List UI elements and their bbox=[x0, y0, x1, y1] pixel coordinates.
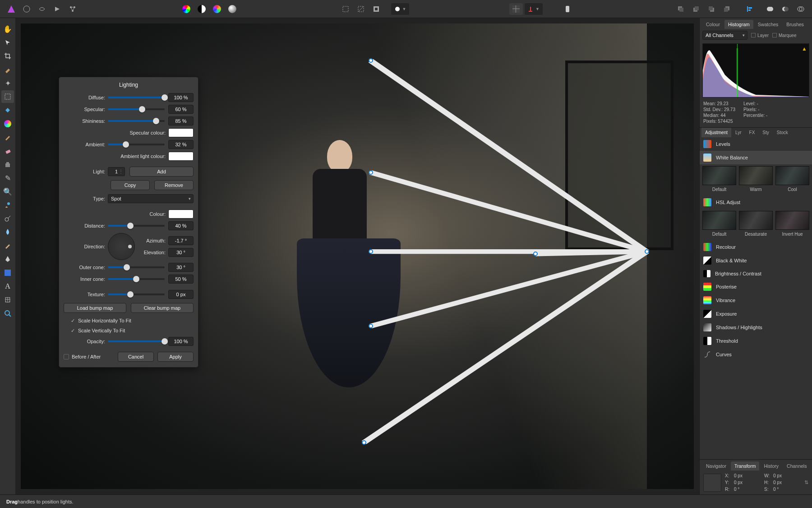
assistant-icon[interactable] bbox=[561, 3, 574, 15]
swatch-rgb-icon[interactable] bbox=[210, 3, 224, 15]
gradient-tool-icon[interactable] bbox=[1, 117, 14, 130]
tab-histogram[interactable]: Histogram bbox=[724, 20, 753, 29]
add-button[interactable]: Add bbox=[129, 167, 194, 177]
marquee-checkbox[interactable]: Marquee bbox=[772, 33, 796, 38]
tab-channels[interactable]: Channels bbox=[783, 461, 810, 471]
channels-select[interactable]: All Channels bbox=[702, 31, 747, 40]
marquee-none-icon[interactable] bbox=[354, 3, 368, 15]
adj-black-white[interactable]: Black & White bbox=[700, 254, 812, 267]
clear-bump-button[interactable]: Clear bump map bbox=[131, 303, 194, 313]
adj-threshold[interactable]: Threshold bbox=[700, 334, 812, 348]
light-cone-handle[interactable] bbox=[369, 324, 373, 328]
adj-posterise[interactable]: Posterise bbox=[700, 280, 812, 294]
swatch-soft-icon[interactable] bbox=[226, 3, 239, 15]
preset-desaturate[interactable]: Desaturate bbox=[739, 211, 773, 237]
eraser-icon[interactable] bbox=[1, 144, 14, 157]
before-after-checkbox[interactable]: Before / After bbox=[64, 354, 101, 359]
tab-colour[interactable]: Colour bbox=[702, 20, 724, 29]
blur-tool-icon[interactable] bbox=[1, 226, 14, 238]
r-field[interactable]: 0 ° bbox=[734, 487, 761, 492]
preset-warm[interactable]: Warm bbox=[739, 166, 773, 192]
quickmask-dropdown[interactable]: ▼ bbox=[391, 3, 409, 15]
cancel-button[interactable]: Cancel bbox=[118, 352, 154, 362]
opacity-value[interactable]: 100 % bbox=[168, 337, 194, 346]
light-cone-handle[interactable] bbox=[369, 170, 373, 175]
shininess-slider[interactable] bbox=[108, 120, 165, 122]
grid-toggle-icon[interactable] bbox=[509, 3, 523, 15]
load-bump-button[interactable]: Load bump map bbox=[64, 303, 126, 313]
flood-fill-icon[interactable] bbox=[1, 104, 14, 117]
adj-recolour[interactable]: Recolour bbox=[700, 240, 812, 254]
tab-swatches[interactable]: Swatches bbox=[754, 20, 782, 29]
adj-exposure[interactable]: Exposure bbox=[700, 307, 812, 321]
mesh-warp-icon[interactable] bbox=[1, 294, 14, 306]
light-distance-handle[interactable] bbox=[533, 252, 538, 256]
arrange-back-icon[interactable] bbox=[674, 3, 687, 15]
texture-slider[interactable] bbox=[108, 294, 165, 295]
boolean-subtract-icon[interactable] bbox=[779, 3, 792, 15]
move-tool-icon[interactable] bbox=[1, 36, 14, 49]
app-icon[interactable] bbox=[5, 3, 18, 15]
specular-value[interactable]: 60 % bbox=[168, 105, 194, 114]
preset-default[interactable]: Default bbox=[702, 166, 736, 192]
adj-curves[interactable]: Curves bbox=[700, 348, 812, 361]
tab-stock[interactable]: Stock bbox=[773, 128, 792, 137]
texture-value[interactable]: 0 px bbox=[168, 290, 194, 299]
light-colour-swatch[interactable] bbox=[168, 210, 194, 219]
outer-slider[interactable] bbox=[108, 266, 165, 268]
magic-wand-icon[interactable]: ✦ bbox=[1, 77, 14, 89]
boolean-intersect-icon[interactable] bbox=[794, 3, 807, 15]
light-cone-handle[interactable] bbox=[362, 440, 366, 445]
snapping-dropdown[interactable]: ▼ bbox=[525, 3, 543, 15]
light-origin-handle[interactable] bbox=[645, 249, 649, 254]
type-select[interactable]: Spot bbox=[108, 194, 194, 203]
apply-button[interactable]: Apply bbox=[157, 352, 194, 362]
persona-export-icon[interactable] bbox=[66, 3, 79, 15]
clone-tool-icon[interactable] bbox=[1, 158, 14, 171]
marquee-tool-icon[interactable] bbox=[1, 90, 14, 103]
tab-navigator[interactable]: Navigator bbox=[702, 461, 730, 471]
persona-liquify-icon[interactable] bbox=[35, 3, 49, 15]
w-field[interactable]: 0 px bbox=[773, 473, 801, 478]
inner-value[interactable]: 50 % bbox=[168, 275, 194, 284]
tab-history[interactable]: History bbox=[760, 461, 782, 471]
scale-h-checkbox[interactable]: ✓Scale Horizontally To Fit bbox=[64, 316, 194, 326]
persona-develop-icon[interactable] bbox=[51, 3, 64, 15]
tab-brushes[interactable]: Brushes bbox=[783, 20, 807, 29]
adj-brightness-contrast[interactable]: Brightness / Contrast bbox=[700, 267, 812, 280]
marquee-rect-icon[interactable] bbox=[339, 3, 352, 15]
adj-hsl[interactable]: HSL Adjust bbox=[700, 196, 812, 209]
x-field[interactable]: 0 px bbox=[734, 473, 761, 478]
light-index-stepper[interactable]: 1 bbox=[108, 167, 125, 176]
tab-styles[interactable]: Sty bbox=[759, 128, 772, 137]
opacity-slider[interactable] bbox=[108, 340, 165, 342]
direction-dial[interactable] bbox=[108, 233, 135, 260]
smudge-tool-icon[interactable] bbox=[1, 239, 14, 252]
light-cone-handle[interactable] bbox=[369, 58, 373, 63]
arrange-forward-icon[interactable] bbox=[705, 3, 718, 15]
arrange-backward-icon[interactable] bbox=[689, 3, 703, 15]
text-tool-icon[interactable]: A bbox=[1, 280, 14, 293]
elevation-value[interactable]: 30 ° bbox=[168, 248, 194, 257]
ambient-slider[interactable] bbox=[108, 144, 165, 145]
layer-checkbox[interactable]: Layer bbox=[751, 33, 769, 38]
diffuse-value[interactable]: 100 % bbox=[168, 93, 194, 102]
amb-colour-swatch[interactable] bbox=[168, 152, 194, 161]
specular-slider[interactable] bbox=[108, 108, 165, 110]
scale-v-checkbox[interactable]: ✓Scale Vertically To Fit bbox=[64, 326, 194, 336]
distance-slider[interactable] bbox=[108, 225, 165, 227]
light-target-handle[interactable] bbox=[369, 249, 373, 254]
link-wh-icon[interactable]: ⇅ bbox=[804, 480, 808, 485]
preset-default[interactable]: Default bbox=[702, 211, 736, 237]
diffuse-slider[interactable] bbox=[108, 97, 165, 98]
boolean-add-icon[interactable] bbox=[763, 3, 777, 15]
persona-photo-icon[interactable] bbox=[20, 3, 33, 15]
hand-tool-icon[interactable]: ✋ bbox=[1, 23, 14, 35]
inpainting-icon[interactable] bbox=[1, 199, 14, 211]
tab-fx[interactable]: FX bbox=[746, 128, 759, 137]
h-field[interactable]: 0 px bbox=[773, 480, 801, 485]
align-icon[interactable] bbox=[743, 3, 757, 15]
spec-colour-swatch[interactable] bbox=[168, 128, 194, 137]
crop-tool-icon[interactable] bbox=[1, 50, 14, 62]
swatch-colorwheel-icon[interactable] bbox=[180, 3, 193, 15]
